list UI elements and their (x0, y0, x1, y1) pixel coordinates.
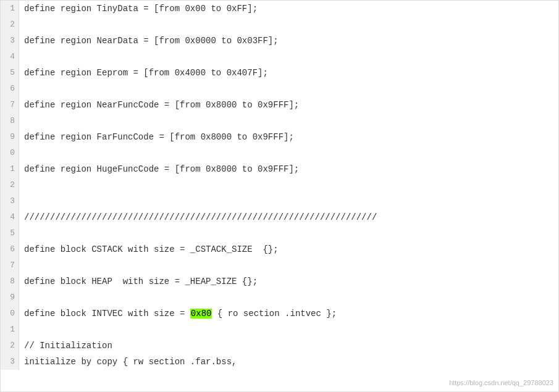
code-row: 4 (1, 49, 558, 65)
code-row: 7 (1, 257, 558, 273)
watermark: https://blog.csdn.net/qq_29788023 (449, 379, 553, 386)
code-row: 3 (1, 193, 558, 209)
code-row: 1define region HugeFuncCode = [from 0x80… (1, 161, 558, 177)
line-number: 4 (1, 209, 19, 225)
code-row: 3initialize by copy { rw section .far.bs… (1, 354, 558, 370)
code-line-content (19, 322, 558, 338)
code-row: 5define region Eeprom = [from 0x4000 to … (1, 65, 558, 81)
line-number: 3 (1, 193, 19, 209)
line-number: 5 (1, 65, 19, 81)
code-line-content (19, 193, 558, 209)
code-row: 8 (1, 113, 558, 129)
code-line-content: define region HugeFuncCode = [from 0x800… (19, 161, 558, 177)
code-line-content: // Initialization (19, 338, 558, 354)
code-row: 3define region NearData = [from 0x0000 t… (1, 33, 558, 49)
code-row: 6define block CSTACK with size = _CSTACK… (1, 241, 558, 257)
code-row: 5 (1, 225, 558, 241)
line-number: 2 (1, 338, 19, 354)
code-row: 0define block INTVEC with size = 0x80 { … (1, 306, 558, 322)
line-number: 6 (1, 81, 19, 97)
code-row: 1define region TinyData = [from 0x00 to … (1, 1, 558, 17)
code-row: 8define block HEAP with size = _HEAP_SIZ… (1, 273, 558, 290)
code-line-content: initialize by copy { rw section .far.bss… (19, 354, 558, 370)
line-number: 7 (1, 257, 19, 273)
code-line-content (19, 177, 558, 193)
code-row: 9 (1, 290, 558, 306)
line-number: 1 (1, 322, 19, 338)
code-line-content (19, 145, 558, 161)
highlighted-value: 0x80 (190, 309, 212, 319)
line-number: 6 (1, 241, 19, 257)
code-line-content: define region NearFuncCode = [from 0x800… (19, 97, 558, 113)
code-row: 2 (1, 17, 558, 33)
line-number: 3 (1, 33, 19, 49)
code-line-content (19, 290, 558, 306)
line-number: 2 (1, 177, 19, 193)
code-row: 4///////////////////////////////////////… (1, 209, 558, 225)
line-number: 0 (1, 306, 19, 322)
code-line-content: define block HEAP with size = _HEAP_SIZE… (19, 273, 558, 290)
line-number: 1 (1, 161, 19, 177)
code-editor: 1define region TinyData = [from 0x00 to … (0, 0, 559, 392)
code-line-content (19, 257, 558, 273)
line-number: 8 (1, 273, 19, 290)
line-number: 5 (1, 225, 19, 241)
code-row: 9define region FarFuncCode = [from 0x800… (1, 129, 558, 145)
code-row: 1 (1, 322, 558, 338)
line-number: 9 (1, 129, 19, 145)
code-lines: 1define region TinyData = [from 0x00 to … (1, 1, 558, 370)
line-number: 0 (1, 145, 19, 161)
code-line-content: define region TinyData = [from 0x00 to 0… (19, 1, 558, 17)
code-line-content (19, 49, 558, 65)
code-line-content (19, 81, 558, 97)
code-row: 7define region NearFuncCode = [from 0x80… (1, 97, 558, 113)
code-row: 6 (1, 81, 558, 97)
code-line-content: define region Eeprom = [from 0x4000 to 0… (19, 65, 558, 81)
code-row: 2 (1, 177, 558, 193)
line-number: 8 (1, 113, 19, 129)
code-line-content: define block CSTACK with size = _CSTACK_… (19, 241, 558, 257)
line-number: 2 (1, 17, 19, 33)
code-line-content: ////////////////////////////////////////… (19, 209, 558, 225)
code-line-content: define block INTVEC with size = 0x80 { r… (19, 306, 558, 322)
line-number: 7 (1, 97, 19, 113)
code-row: 0 (1, 145, 558, 161)
line-number: 1 (1, 1, 19, 17)
line-number: 3 (1, 354, 19, 370)
code-line-content (19, 225, 558, 241)
code-line-content (19, 113, 558, 129)
code-line-content (19, 17, 558, 33)
code-line-content: define region NearData = [from 0x0000 to… (19, 33, 558, 49)
code-line-content: define region FarFuncCode = [from 0x8000… (19, 129, 558, 145)
line-number: 9 (1, 290, 19, 306)
code-row: 2// Initialization (1, 338, 558, 354)
line-number: 4 (1, 49, 19, 65)
